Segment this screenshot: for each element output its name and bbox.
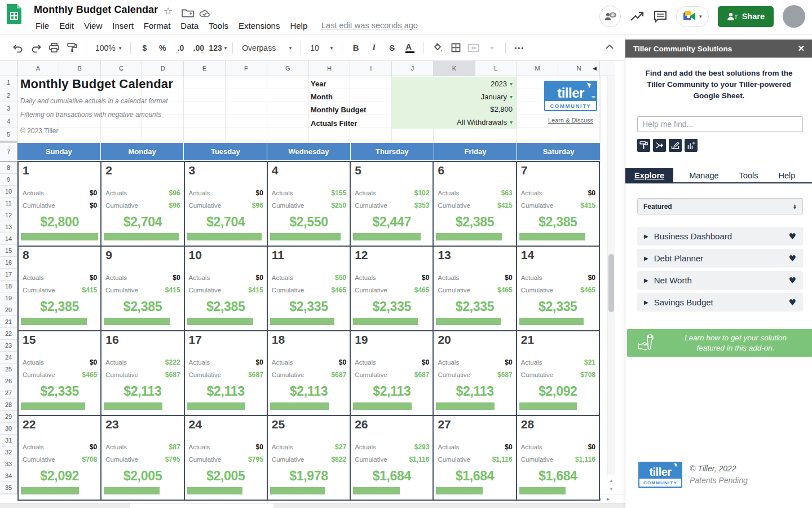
calendar-day-13[interactable]: 13Actuals$0Cumulative$465$2,335: [434, 247, 515, 330]
row-header-34[interactable]: 34: [0, 470, 17, 482]
row-header-21[interactable]: 21: [0, 316, 17, 328]
sheets-logo-icon[interactable]: [6, 3, 23, 25]
row-header-4[interactable]: 4: [0, 115, 17, 128]
menu-format[interactable]: Format: [139, 21, 176, 30]
calendar-day-14[interactable]: 14Actuals$0Cumulative$465$2,335: [517, 247, 599, 330]
calendar-day-2[interactable]: 2Actuals$96Cumulative$96$2,704: [102, 162, 183, 246]
row-header-31[interactable]: 31: [0, 435, 17, 446]
calendar-day-10[interactable]: 10Actuals$0Cumulative$415$2,385: [185, 247, 267, 330]
calendar-day-16[interactable]: 16Actuals$222Cumulative$687$2,113: [102, 331, 183, 415]
merge-cells-button[interactable]: [466, 40, 482, 56]
print-button[interactable]: [46, 40, 62, 56]
last-edit-link[interactable]: Last edit was seconds ago: [321, 21, 418, 30]
row-header-33[interactable]: 33: [0, 458, 17, 470]
calendar-day-23[interactable]: 23Actuals$87Cumulative$795$2,005: [102, 416, 183, 500]
row-header-2[interactable]: 2: [0, 89, 17, 102]
row-header-1[interactable]: 1: [0, 76, 17, 89]
expand-icon[interactable]: ▶: [644, 233, 648, 239]
merge-arrows-icon[interactable]: [653, 139, 666, 152]
text-color-button[interactable]: A: [402, 40, 418, 56]
share-button[interactable]: Share: [718, 6, 774, 27]
column-header-L[interactable]: L: [475, 61, 517, 76]
star-icon[interactable]: ☆: [164, 5, 176, 17]
row-header-17[interactable]: 17: [0, 269, 17, 281]
collapse-toolbar-button[interactable]: [602, 40, 617, 54]
font-size-select[interactable]: 10▾: [307, 40, 336, 56]
fill-color-button[interactable]: [430, 40, 445, 56]
row-header-10[interactable]: 10: [0, 186, 17, 198]
heart-icon[interactable]: ♥: [789, 253, 796, 264]
row-header-5[interactable]: 5: [0, 128, 17, 141]
doc-status-cloud-icon[interactable]: [198, 7, 211, 20]
row-header-25[interactable]: 25: [0, 364, 17, 375]
menu-tools[interactable]: Tools: [204, 21, 233, 30]
column-header-J[interactable]: J: [392, 61, 434, 76]
bold-button[interactable]: B: [348, 40, 364, 56]
menu-extensions[interactable]: Extensions: [233, 21, 285, 30]
meet-call-button[interactable]: ▾: [676, 6, 709, 27]
comment-icon[interactable]: [654, 10, 667, 23]
setting-value-year[interactable]: 2023▾: [392, 77, 517, 90]
column-header-H[interactable]: H: [309, 61, 351, 76]
calendar-day-11[interactable]: 11Actuals$50Cumulative$465$2,335: [268, 247, 350, 330]
menu-help[interactable]: Help: [285, 21, 312, 30]
scroll-up-icon[interactable]: ▲: [607, 476, 615, 485]
calendar-day-8[interactable]: 8Actuals$0Cumulative$415$2,385: [19, 247, 100, 330]
calendar-day-20[interactable]: 20Actuals$0Cumulative$687$2,113: [434, 331, 515, 415]
add-chart-icon[interactable]: [685, 139, 698, 152]
calendar-day-25[interactable]: 25Actuals$27Cumulative$822$1,978: [268, 416, 350, 500]
calendar-day-18[interactable]: 18Actuals$0Cumulative$687$2,113: [268, 331, 350, 415]
menu-data[interactable]: Data: [175, 21, 204, 30]
calendar-day-3[interactable]: 3Actuals$0Cumulative$96$2,704: [185, 162, 267, 246]
dropdown-caret-icon[interactable]: ▾: [510, 119, 513, 125]
calendar-day-7[interactable]: 7Actuals$0Cumulative$415$2,385: [517, 162, 599, 246]
solution-net-worth[interactable]: ▶Net Worth♥: [637, 271, 803, 290]
featured-banner[interactable]: Learn how to get your solution featured …: [627, 329, 812, 357]
setting-value-month[interactable]: January▾: [392, 90, 517, 103]
export-icon[interactable]: [669, 139, 682, 152]
row-header-7[interactable]: 7: [0, 143, 17, 162]
solution-savings-budget[interactable]: ▶Savings Budget♥: [637, 293, 803, 312]
select-all-corner[interactable]: [0, 61, 17, 76]
calendar-day-9[interactable]: 9Actuals$0Cumulative$415$2,385: [102, 247, 183, 330]
undo-button[interactable]: [10, 40, 26, 56]
merge-dropdown-caret[interactable]: ▾: [484, 40, 500, 56]
paint-format-button[interactable]: [64, 40, 80, 56]
paint-roller-icon[interactable]: [637, 139, 650, 152]
row-header-12[interactable]: 12: [0, 209, 17, 221]
active-sheet-tab[interactable]: [130, 503, 273, 508]
more-toolbar-button[interactable]: •••: [511, 40, 527, 56]
borders-button[interactable]: [448, 40, 464, 56]
row-header-26[interactable]: 26: [0, 375, 17, 387]
column-header-D[interactable]: D: [142, 61, 184, 76]
expand-icon[interactable]: ▶: [644, 277, 648, 283]
menu-edit[interactable]: Edit: [54, 21, 79, 30]
row-header-9[interactable]: 9: [0, 174, 17, 186]
number-format-button[interactable]: 123▾: [209, 40, 227, 56]
row-header-19[interactable]: 19: [0, 292, 17, 304]
tab-help[interactable]: Help: [768, 168, 805, 182]
row-header-16[interactable]: 16: [0, 257, 17, 269]
calendar-day-6[interactable]: 6Actuals$63Cumulative$415$2,385: [434, 162, 515, 246]
solution-debt-planner[interactable]: ▶Debt Planner♥: [637, 249, 803, 268]
row-header-23[interactable]: 23: [0, 340, 17, 352]
row-header-24[interactable]: 24: [0, 352, 17, 364]
row-header-30[interactable]: 30: [0, 423, 17, 435]
calendar-day-26[interactable]: 26Actuals$293Cumulative$1,116$1,684: [351, 416, 433, 500]
vertical-scrollbar-thumb[interactable]: [608, 254, 614, 312]
column-header-E[interactable]: E: [184, 61, 226, 76]
hidden-columns-indicator[interactable]: ◀: [593, 65, 597, 71]
trend-icon[interactable]: [630, 10, 645, 23]
strikethrough-button[interactable]: S: [384, 40, 400, 56]
tab-manage[interactable]: Manage: [679, 168, 729, 182]
learn-discuss-link[interactable]: Learn & Discuss: [544, 117, 597, 124]
column-header-B[interactable]: B: [59, 61, 101, 76]
row-header-35[interactable]: 35: [0, 482, 17, 494]
row-header-11[interactable]: 11: [0, 198, 17, 209]
menu-view[interactable]: View: [79, 21, 107, 30]
calendar-day-12[interactable]: 12Actuals$0Cumulative$465$2,335: [351, 247, 433, 330]
heart-icon[interactable]: ♥: [789, 275, 796, 286]
row-header-3[interactable]: 3: [0, 102, 17, 115]
scroll-down-icon[interactable]: ▼: [607, 485, 615, 493]
meet-dropdown-caret[interactable]: ▾: [699, 14, 702, 19]
